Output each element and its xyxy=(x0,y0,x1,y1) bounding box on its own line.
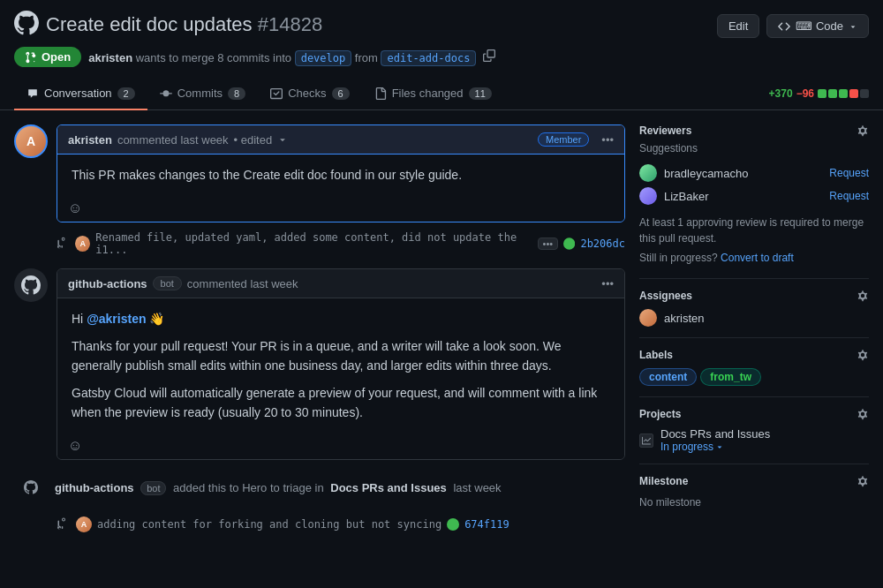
diff-block-4 xyxy=(849,89,858,98)
sidebar-reviewers: Reviewers Suggestions bradleycamacho Req… xyxy=(639,124,869,279)
request-link-2[interactable]: Request xyxy=(829,190,869,202)
diff-stats: +370 −96 xyxy=(769,87,869,100)
project-item: Docs PRs and Issues In progress xyxy=(639,427,869,453)
tab-commits-label: Commits xyxy=(177,87,223,100)
header-actions: Edit ⌨ Code xyxy=(717,14,869,38)
tab-commits-count: 8 xyxy=(228,87,245,100)
pr-meta-text: akristen wants to merge 8 commits into d… xyxy=(88,49,495,64)
assignees-gear-icon[interactable] xyxy=(857,290,869,302)
tab-conversation-count: 2 xyxy=(117,87,135,100)
commit-arrow-icon xyxy=(57,237,70,251)
comment-time-2: commented last week xyxy=(187,277,298,290)
assignee-akristen: akristen xyxy=(639,309,869,327)
comment-header-bot: github-actions bot commented last week •… xyxy=(57,269,624,298)
tab-files[interactable]: Files changed 11 xyxy=(362,78,504,110)
github-logo xyxy=(14,11,39,38)
request-link-1[interactable]: Request xyxy=(829,167,869,179)
event-actor[interactable]: github-actions xyxy=(55,481,134,494)
projects-gear-icon[interactable] xyxy=(857,408,869,420)
suggestions-label: Suggestions xyxy=(639,142,869,155)
tabs-bar: Conversation 2 Commits 8 Checks 6 Files … xyxy=(0,78,883,110)
reviewer-lizbaker: LizBaker Request xyxy=(639,185,869,207)
sidebar-projects: Projects Docs PRs and Issues In progress xyxy=(639,397,869,464)
copy-icon[interactable] xyxy=(483,51,495,64)
project-status[interactable]: In progress xyxy=(660,441,770,453)
avatar-github-actions xyxy=(14,268,48,302)
sidebar-labels: Labels content from_tw xyxy=(639,338,869,397)
comment-menu-2[interactable]: ••• xyxy=(601,277,614,290)
reviewer-bradleycamacho: bradleycamacho Request xyxy=(639,162,869,185)
milestone-gear-icon[interactable] xyxy=(857,475,869,487)
pr-title: Create edit doc updates #14828 xyxy=(46,13,322,36)
edited-chevron-icon xyxy=(277,134,288,145)
assignees-label: Assignees xyxy=(639,290,692,302)
commit-message: Renamed file, updated yaml, added some c… xyxy=(95,231,532,256)
diff-deletions: −96 xyxy=(796,87,814,100)
bottom-commit-line: A adding content for forking and cloning… xyxy=(14,511,625,538)
bottom-commit-user-avatar: A xyxy=(76,516,92,532)
bot-badge: bot xyxy=(153,276,182,290)
reaction-button-1[interactable]: ☺ xyxy=(57,195,624,222)
edit-button[interactable]: Edit xyxy=(717,14,759,38)
comment-body-1: This PR makes changes to the Create edit… xyxy=(57,155,624,195)
member-badge: Member xyxy=(538,132,589,147)
label-content[interactable]: content xyxy=(639,368,697,386)
commit-ellipsis[interactable]: ••• xyxy=(538,237,559,250)
comment-author-bot[interactable]: github-actions xyxy=(68,277,147,290)
event-project[interactable]: Docs PRs and Issues xyxy=(330,481,447,494)
commit-sha[interactable]: 2b206dc xyxy=(580,237,625,250)
reviewer-name-2[interactable]: LizBaker xyxy=(664,190,822,203)
reviewer-name-1[interactable]: bradleycamacho xyxy=(664,167,822,180)
project-icon xyxy=(639,433,653,448)
comment-menu-1[interactable]: ••• xyxy=(601,133,614,147)
bottom-commit-check-icon xyxy=(447,518,459,531)
tab-checks-count: 6 xyxy=(332,87,350,100)
comment-github-actions: github-actions bot commented last week •… xyxy=(14,268,625,460)
tab-conversation[interactable]: Conversation 2 xyxy=(14,78,147,110)
sidebar: Reviewers Suggestions bradleycamacho Req… xyxy=(639,124,869,538)
event-line: github-actions bot added this to Hero to… xyxy=(14,464,625,511)
assignee-name[interactable]: akristen xyxy=(664,312,705,325)
comment-time-1: commented last week xyxy=(117,133,229,147)
commit-check-icon xyxy=(563,237,575,250)
diff-block-3 xyxy=(839,89,848,98)
diff-block-2 xyxy=(828,89,837,98)
code-button-label: ⌨ Code xyxy=(796,19,843,33)
open-badge: Open xyxy=(14,47,81,67)
event-action: added this to Hero to triage in xyxy=(173,481,324,494)
milestone-value: No milestone xyxy=(639,496,701,509)
bottom-commit-message: adding content for forking and cloning b… xyxy=(97,518,442,531)
reviewers-label: Reviewers xyxy=(639,124,691,137)
commit-line: A Renamed file, updated yaml, added some… xyxy=(14,226,625,261)
project-name[interactable]: Docs PRs and Issues xyxy=(660,427,770,441)
tab-commits[interactable]: Commits 8 xyxy=(147,78,258,110)
avatar-akristen: A xyxy=(14,124,48,158)
reviewers-gear-icon[interactable] xyxy=(857,124,869,137)
convert-draft-link[interactable]: Convert to draft xyxy=(721,252,794,264)
diff-block-5 xyxy=(860,89,869,98)
sidebar-milestone: Milestone No milestone xyxy=(639,464,869,519)
label-from-tw[interactable]: from_tw xyxy=(700,368,761,386)
labels-header: Labels xyxy=(639,349,673,361)
sidebar-assignees: Assignees akristen xyxy=(639,279,869,338)
tab-conversation-label: Conversation xyxy=(44,87,112,100)
event-time: last week xyxy=(453,481,501,494)
tab-checks-label: Checks xyxy=(288,87,326,100)
diff-additions: +370 xyxy=(769,87,793,100)
tab-checks[interactable]: Checks 6 xyxy=(258,78,361,110)
reviewers-note: At least 1 approving review is required … xyxy=(639,215,869,246)
bottom-commit-arrow-icon xyxy=(57,517,71,531)
comment-akristen: A akristen commented last week • edited … xyxy=(14,124,625,222)
bottom-commit-sha[interactable]: 674f119 xyxy=(464,518,509,531)
comment-header-akristen: akristen commented last week • edited Me… xyxy=(57,125,624,155)
diff-block-1 xyxy=(818,89,826,98)
reaction-button-2[interactable]: ☺ xyxy=(57,433,624,459)
tab-files-label: Files changed xyxy=(392,87,464,100)
pr-meta-row: Open akristen wants to merge 8 commits i… xyxy=(14,47,869,67)
in-progress-note: Still in progress? Convert to draft xyxy=(639,252,869,264)
comment-edited-1: • edited xyxy=(234,133,273,147)
labels-gear-icon[interactable] xyxy=(857,349,869,361)
code-button[interactable]: ⌨ Code xyxy=(766,14,869,38)
comment-body-2: Hi @akristen 👋 Thanks for your pull requ… xyxy=(57,298,624,433)
comment-author-akristen[interactable]: akristen xyxy=(68,133,112,147)
